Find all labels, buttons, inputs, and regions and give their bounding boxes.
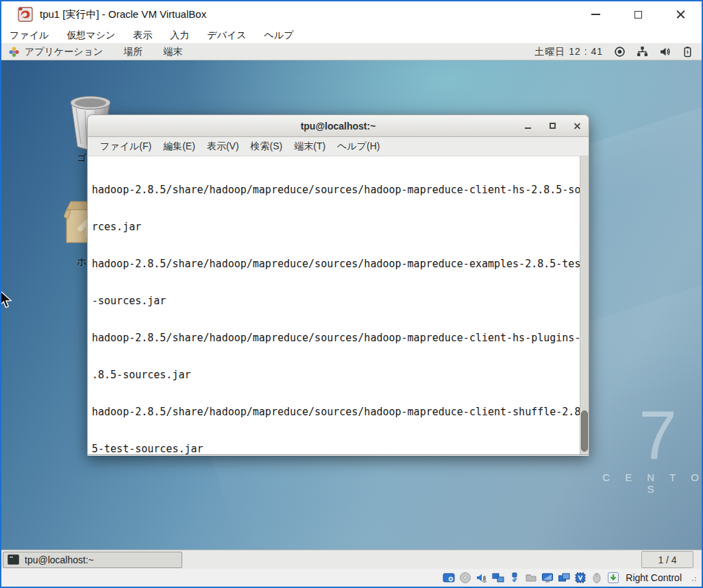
- keyboard-capture-icon[interactable]: [606, 572, 619, 585]
- applications-menu[interactable]: アプリケーション: [8, 46, 103, 58]
- gnome-taskbar: tpu@localhost:~ 1 / 4: [1, 550, 702, 569]
- maximize-icon: [550, 123, 556, 129]
- taskbar-item-terminal[interactable]: tpu@localhost:~: [3, 552, 182, 568]
- network-status-icon[interactable]: [637, 46, 648, 58]
- terminal-line: hadoop-2.8.5/share/hadoop/mapreduce/sour…: [92, 332, 576, 344]
- terminal-menu-search[interactable]: 検索(S): [251, 140, 283, 153]
- applications-menu-label: アプリケーション: [25, 46, 103, 58]
- terminal-menu-edit[interactable]: 編集(E): [163, 140, 195, 153]
- terminal-minimize-button[interactable]: [523, 121, 532, 131]
- centos-watermark-text: C E N T O S: [599, 471, 702, 495]
- vbox-menu-help[interactable]: ヘルプ: [264, 29, 294, 42]
- places-menu[interactable]: 場所: [123, 46, 143, 58]
- virtualbox-logo-icon: [18, 7, 33, 22]
- home-folder-label: ホ: [77, 256, 86, 268]
- display-icon[interactable]: [541, 572, 554, 585]
- vbox-menu-input[interactable]: 入力: [170, 29, 189, 42]
- minimize-icon: [591, 14, 600, 15]
- minimize-button[interactable]: [574, 1, 617, 27]
- scrollbar-thumb[interactable]: [581, 411, 588, 452]
- maximize-button[interactable]: [617, 1, 659, 27]
- terminal-content[interactable]: hadoop-2.8.5/share/hadoop/mapreduce/sour…: [87, 156, 589, 455]
- terminal-menubar: ファイル(F) 編集(E) 表示(V) 検索(S) 端末(T) ヘルプ(H): [87, 137, 589, 156]
- terminal-line: rces.jar: [92, 221, 576, 233]
- volume-icon[interactable]: [659, 46, 671, 58]
- location-icon[interactable]: [614, 46, 626, 58]
- vbox-menubar: ファイル 仮想マシン 表示 入力 デバイス ヘルプ: [1, 27, 702, 44]
- resize-grip[interactable]: [689, 574, 696, 581]
- shared-folder-icon[interactable]: [524, 572, 537, 585]
- battery-icon[interactable]: [682, 46, 693, 58]
- close-icon: [574, 122, 581, 130]
- terminal-icon: [8, 554, 19, 565]
- harddisk-icon[interactable]: [442, 572, 455, 585]
- vbox-menu-file[interactable]: ファイル: [10, 29, 49, 42]
- applications-icon: [8, 46, 20, 58]
- minimize-icon: [525, 127, 531, 129]
- terminal-line: hadoop-2.8.5/share/hadoop/mapreduce/sour…: [92, 184, 576, 196]
- close-button[interactable]: [659, 1, 702, 27]
- mouse-cursor-icon: [1, 290, 14, 310]
- centos-watermark-number: 7: [617, 401, 699, 469]
- host-key-label: Right Control: [626, 572, 682, 583]
- terminal-title: tpu@localhost:~: [301, 121, 376, 132]
- workspace-pager[interactable]: 1 / 4: [641, 551, 693, 568]
- window-title: tpu1 [実行中] - Oracle VM VirtualBox: [40, 8, 206, 21]
- trash-label: ゴ: [77, 152, 86, 164]
- terminal-window: tpu@localhost:~ ファイル(F) 編集(E) 表示(V) 検索(S…: [87, 114, 589, 456]
- vbox-menu-view[interactable]: 表示: [133, 29, 152, 42]
- maximize-icon: [634, 11, 642, 19]
- terminal-line: hadoop-2.8.5/share/hadoop/mapreduce/sour…: [92, 406, 576, 418]
- audio-icon[interactable]: [475, 572, 488, 585]
- desktop: 7 C E N T O S ゴ ホ tpu: [1, 60, 702, 550]
- terminal-line: hadoop-2.8.5/share/hadoop/mapreduce/sour…: [92, 258, 576, 270]
- terminal-menu[interactable]: 端末: [163, 46, 182, 58]
- gnome-top-panel: アプリケーション 場所 端末 土曜日 12 : 41: [1, 44, 702, 60]
- recording-icon[interactable]: [557, 572, 570, 585]
- taskbar-item-label: tpu@localhost:~: [25, 554, 94, 565]
- terminal-menu-terminal[interactable]: 端末(T): [294, 140, 325, 153]
- close-icon: [676, 10, 685, 19]
- usb-icon[interactable]: [508, 572, 521, 585]
- vbox-statusbar: Right Control: [1, 569, 702, 587]
- terminal-line: .8.5-sources.jar: [92, 369, 576, 381]
- network-adapter-icon[interactable]: [491, 572, 504, 585]
- terminal-menu-help[interactable]: ヘルプ(H): [337, 140, 380, 153]
- optical-disc-icon[interactable]: [458, 572, 471, 585]
- virtualization-chip-icon[interactable]: [574, 572, 587, 585]
- terminal-maximize-button[interactable]: [547, 121, 557, 131]
- terminal-menu-file[interactable]: ファイル(F): [100, 140, 151, 153]
- terminal-close-button[interactable]: [572, 121, 582, 131]
- terminal-line: -sources.jar: [92, 295, 576, 307]
- vbox-menu-machine[interactable]: 仮想マシン: [66, 29, 115, 42]
- mouse-integration-icon[interactable]: [590, 572, 603, 585]
- virtualbox-window: tpu1 [実行中] - Oracle VM VirtualBox ファイル 仮…: [0, 0, 703, 588]
- terminal-menu-view[interactable]: 表示(V): [207, 140, 239, 153]
- vbox-titlebar: tpu1 [実行中] - Oracle VM VirtualBox: [1, 1, 702, 27]
- terminal-line: 5-test-sources.jar: [92, 443, 576, 455]
- terminal-scrollbar[interactable]: [580, 156, 589, 454]
- panel-clock[interactable]: 土曜日 12 : 41: [534, 46, 603, 58]
- vbox-menu-devices[interactable]: デバイス: [207, 29, 246, 42]
- terminal-titlebar[interactable]: tpu@localhost:~: [87, 114, 589, 137]
